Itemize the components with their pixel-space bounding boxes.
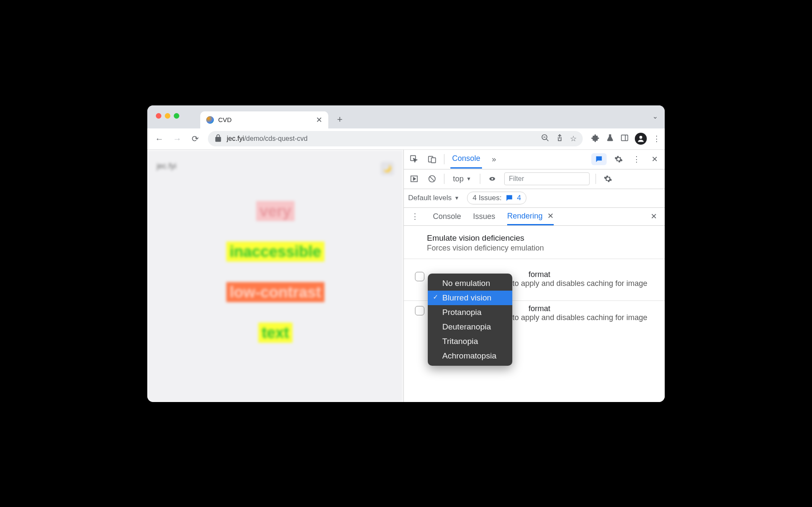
settings-icon[interactable] xyxy=(613,153,625,165)
dropdown-item-tritanopia[interactable]: Tritanopia xyxy=(428,334,512,349)
browser-menu-button[interactable]: ⋮ xyxy=(653,134,660,143)
address-bar[interactable]: jec.fyi/demo/cds-quest-cvd ☆ xyxy=(208,131,583,146)
svg-line-11 xyxy=(430,177,434,181)
context-selector[interactable]: top ▼ xyxy=(450,175,474,184)
svg-line-1 xyxy=(546,139,549,141)
issues-indicator-icon[interactable] xyxy=(591,153,607,165)
back-button[interactable]: ← xyxy=(152,131,167,146)
log-levels-dropdown[interactable]: Default levels ▼ xyxy=(408,194,459,202)
devtools-menu-icon[interactable]: ⋮ xyxy=(631,153,643,165)
console-settings-icon[interactable] xyxy=(602,173,614,185)
drawer-tab-console[interactable]: Console xyxy=(433,209,461,224)
url-host: jec.fyi xyxy=(227,135,244,142)
extensions-icon[interactable] xyxy=(591,134,600,144)
site-logo: jec.fyi xyxy=(157,162,176,175)
close-rendering-tab-icon[interactable]: ✕ xyxy=(547,212,554,220)
webp-title-suffix: format xyxy=(529,304,550,313)
show-sidebar-icon[interactable] xyxy=(408,173,420,185)
close-devtools-button[interactable]: ✕ xyxy=(648,153,660,165)
page-word-inaccessible: inaccessible xyxy=(226,242,324,262)
reload-button[interactable]: ⟳ xyxy=(187,131,203,146)
share-icon[interactable] xyxy=(555,134,564,144)
svg-point-13 xyxy=(491,178,493,180)
drawer-menu-icon[interactable]: ⋮ xyxy=(409,210,421,222)
url-text: jec.fyi/demo/cds-quest-cvd xyxy=(227,135,537,143)
dropdown-item-blurred-vision[interactable]: Blurred vision xyxy=(428,291,512,305)
drawer-tabs: ⋮ Console Issues Rendering ✕ ✕ xyxy=(404,208,665,226)
window-controls xyxy=(156,113,179,119)
drawer-tab-rendering[interactable]: Rendering ✕ xyxy=(507,208,554,225)
vision-deficiency-dropdown[interactable]: No emulation Blurred vision Protanopia D… xyxy=(428,274,512,366)
close-window-button[interactable] xyxy=(156,113,161,119)
avif-title-suffix: format xyxy=(529,270,550,279)
drawer-tab-issues[interactable]: Issues xyxy=(473,209,495,224)
dark-mode-toggle[interactable]: 🌙 xyxy=(380,162,394,175)
tab-console[interactable]: Console xyxy=(450,150,482,169)
new-tab-button[interactable]: + xyxy=(333,113,346,126)
avif-checkbox[interactable] xyxy=(415,272,424,281)
dropdown-item-achromatopsia[interactable]: Achromatopsia xyxy=(428,349,512,363)
svg-point-5 xyxy=(640,136,643,139)
minimize-window-button[interactable] xyxy=(165,113,170,119)
content-area: jec.fyi 🌙 very inaccessible low-contrast… xyxy=(147,150,665,402)
svg-rect-8 xyxy=(431,158,435,163)
tabs-dropdown-button[interactable]: ⌄ xyxy=(652,112,658,120)
page-word-very: very xyxy=(256,201,295,221)
tab-title: CVD xyxy=(218,116,232,123)
filter-input[interactable]: Filter xyxy=(504,172,590,185)
page-word-low-contrast: low-contrast xyxy=(226,282,324,302)
browser-window: CVD ✕ + ⌄ ← → ⟳ jec.fyi/demo/cds-quest-c… xyxy=(147,105,665,402)
emulate-title: Emulate vision deficiencies xyxy=(427,233,654,243)
profile-avatar[interactable] xyxy=(635,133,647,145)
dropdown-item-protanopia[interactable]: Protanopia xyxy=(428,305,512,320)
devtools-tabbar: Console » ⋮ ✕ xyxy=(404,150,665,169)
maximize-window-button[interactable] xyxy=(174,113,179,119)
titlebar: CVD ✕ + ⌄ xyxy=(147,105,665,128)
url-path: /demo/cds-quest-cvd xyxy=(244,135,308,142)
inspect-element-icon[interactable] xyxy=(408,153,420,165)
devtools-panel: Console » ⋮ ✕ top ▼ Filter Defau xyxy=(403,150,665,402)
console-toolbar: top ▼ Filter xyxy=(404,169,665,189)
console-filter-row: Default levels ▼ 4 Issues: 4 xyxy=(404,189,665,208)
close-drawer-button[interactable]: ✕ xyxy=(648,210,660,222)
browser-tab[interactable]: CVD ✕ xyxy=(200,111,328,128)
dropdown-item-no-emulation[interactable]: No emulation xyxy=(428,276,512,291)
live-expression-icon[interactable] xyxy=(486,173,498,185)
dropdown-item-deuteranopia[interactable]: Deuteranopia xyxy=(428,320,512,334)
emulate-vision-section: Emulate vision deficiencies Forces visio… xyxy=(404,226,665,259)
browser-toolbar: ← → ⟳ jec.fyi/demo/cds-quest-cvd ☆ ⋮ xyxy=(147,128,665,150)
zoom-icon[interactable] xyxy=(541,134,549,144)
svg-rect-3 xyxy=(622,135,628,140)
forward-button[interactable]: → xyxy=(169,131,185,146)
clear-console-icon[interactable] xyxy=(426,173,438,185)
webp-checkbox[interactable] xyxy=(415,306,424,315)
webpage-viewport: jec.fyi 🌙 very inaccessible low-contrast… xyxy=(147,150,403,402)
more-tabs-icon[interactable]: » xyxy=(488,153,500,165)
close-tab-button[interactable]: ✕ xyxy=(316,115,322,125)
labs-icon[interactable] xyxy=(606,134,614,144)
lock-icon xyxy=(214,134,222,144)
issues-counter[interactable]: 4 Issues: 4 xyxy=(467,192,527,204)
bookmark-icon[interactable]: ☆ xyxy=(570,134,577,143)
device-toolbar-icon[interactable] xyxy=(426,153,438,165)
favicon xyxy=(206,116,214,124)
emulate-desc: Forces vision deficiency emulation xyxy=(427,244,654,253)
side-panel-icon[interactable] xyxy=(620,134,629,144)
page-word-text: text xyxy=(258,323,292,343)
